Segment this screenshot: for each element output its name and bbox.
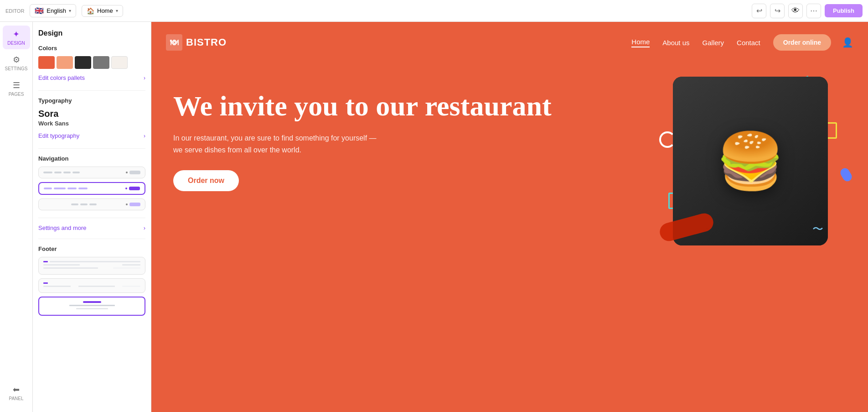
hero-section: We invite you to our restaurant In our r… <box>151 63 868 412</box>
panel-icon: ⬅ <box>13 385 20 395</box>
navigation-section: Navigation <box>38 148 145 210</box>
font-secondary: Work Sans <box>38 120 145 127</box>
logo-text: BISTRO <box>186 37 227 48</box>
hero-title: We invite you to our restaurant <box>173 90 673 121</box>
nav-option-2[interactable] <box>38 182 145 195</box>
language-selector[interactable]: 🇬🇧 English ▾ <box>30 4 76 17</box>
preview-area: 🍽 BISTRO Home About us Gallery Contact O… <box>151 22 868 412</box>
pages-icon: ☰ <box>13 80 20 90</box>
footer-label: Footer <box>38 245 145 252</box>
colors-label: Colors <box>38 45 145 52</box>
typography-label: Typography <box>38 97 145 104</box>
color-swatch-5[interactable] <box>111 56 128 69</box>
sidebar-item-settings[interactable]: ⚙ SETTINGS <box>3 51 30 75</box>
nav-about[interactable]: About us <box>662 39 689 47</box>
color-swatch-4[interactable] <box>93 56 109 69</box>
language-label: English <box>46 7 66 14</box>
nav-contact[interactable]: Contact <box>737 39 760 47</box>
nav-home[interactable]: Home <box>631 38 650 47</box>
flag-icon: 🇬🇧 <box>35 6 44 15</box>
typography-arrow-icon: › <box>144 133 145 139</box>
footer-option-1[interactable] <box>38 257 145 275</box>
color-swatches <box>38 56 145 69</box>
publish-button[interactable]: Publish <box>825 4 863 17</box>
nav-preview-2 <box>44 187 140 190</box>
chevron-down-icon: ▾ <box>69 8 71 13</box>
arrow-icon: › <box>144 75 145 81</box>
left-panel: Design Colors Edit colors pallets › Typo… <box>33 22 151 412</box>
sidebar-item-pages[interactable]: ☰ PAGES <box>3 77 30 100</box>
deco-squiggle: 〜 <box>812 222 823 236</box>
user-icon[interactable]: 👤 <box>842 37 853 48</box>
logo-icon: 🍽 <box>166 34 182 51</box>
nav-gallery[interactable]: Gallery <box>703 39 724 47</box>
nav-option-1[interactable] <box>38 167 145 178</box>
website-header: 🍽 BISTRO Home About us Gallery Contact O… <box>151 22 868 63</box>
chevron-down-icon-page: ▾ <box>116 8 118 13</box>
settings-label: SETTINGS <box>5 66 28 71</box>
colors-section: Colors Edit colors pallets › <box>38 45 145 83</box>
hero-subtitle: In our restaurant, you are sure to find … <box>173 132 383 156</box>
website-logo: 🍽 BISTRO <box>166 34 227 51</box>
footer-section: Footer <box>38 239 145 316</box>
deco-blue-shape <box>839 167 853 183</box>
nav-preview-3 <box>43 203 140 206</box>
panel-title: Design <box>38 29 145 37</box>
sidebar-item-panel[interactable]: ⬅ PANEL <box>3 381 30 405</box>
settings-icon: ⚙ <box>13 55 20 65</box>
color-swatch-3[interactable] <box>75 56 91 69</box>
home-icon: 🏠 <box>87 7 94 15</box>
page-selector[interactable]: 🏠 Home ▾ <box>82 5 123 17</box>
hero-text: We invite you to our restaurant In our r… <box>173 81 673 191</box>
top-bar-right: ↩ ↪ 👁 ⋯ Publish <box>752 4 863 18</box>
burger-emoji: 🍔 <box>716 129 785 193</box>
website-nav: Home About us Gallery Contact Order onli… <box>631 34 831 51</box>
color-swatch-1[interactable] <box>38 56 55 69</box>
undo-button[interactable]: ↩ <box>752 4 766 18</box>
redo-button[interactable]: ↪ <box>770 4 785 18</box>
navigation-label: Navigation <box>38 155 145 162</box>
settings-more-section[interactable]: Settings and more › <box>38 218 145 231</box>
footer-option-2[interactable] <box>38 278 145 293</box>
footer-option-3[interactable] <box>38 297 145 316</box>
font-primary: Sora <box>38 109 145 119</box>
website-preview: 🍽 BISTRO Home About us Gallery Contact O… <box>151 22 868 412</box>
settings-arrow-icon: › <box>144 224 145 231</box>
sidebar-narrow: ✦ DESIGN ⚙ SETTINGS ☰ PAGES ⬅ PANEL <box>0 22 33 412</box>
top-bar: EDITOR 🇬🇧 English ▾ 🏠 Home ▾ ↩ ↪ 👁 ⋯ Pub… <box>0 0 868 22</box>
main-layout: ✦ DESIGN ⚙ SETTINGS ☰ PAGES ⬅ PANEL Desi… <box>0 22 868 412</box>
design-label: DESIGN <box>7 41 25 46</box>
typography-section: Typography Sora Work Sans Edit typograph… <box>38 90 145 141</box>
top-bar-left: EDITOR 🇬🇧 English ▾ 🏠 Home ▾ <box>5 4 123 17</box>
page-label: Home <box>97 7 113 14</box>
edit-typography-link[interactable]: Edit typography › <box>38 130 145 141</box>
sidebar-item-design[interactable]: ✦ DESIGN <box>3 26 30 49</box>
editor-label: EDITOR <box>5 8 24 14</box>
color-swatch-2[interactable] <box>57 56 73 69</box>
hero-image-container: 🍔 〜 <box>673 77 846 245</box>
pages-label: PAGES <box>9 92 24 97</box>
sidebar-bottom: ⬅ PANEL <box>3 381 30 408</box>
nav-preview-1 <box>43 171 140 174</box>
design-icon: ✦ <box>13 29 20 39</box>
edit-colors-link[interactable]: Edit colors pallets › <box>38 73 145 83</box>
nav-option-3[interactable] <box>38 198 145 210</box>
order-now-button[interactable]: Order now <box>173 170 239 191</box>
panel-label: PANEL <box>9 396 23 401</box>
more-button[interactable]: ⋯ <box>806 4 821 18</box>
preview-button[interactable]: 👁 <box>788 4 803 18</box>
order-online-button[interactable]: Order online <box>773 34 831 51</box>
